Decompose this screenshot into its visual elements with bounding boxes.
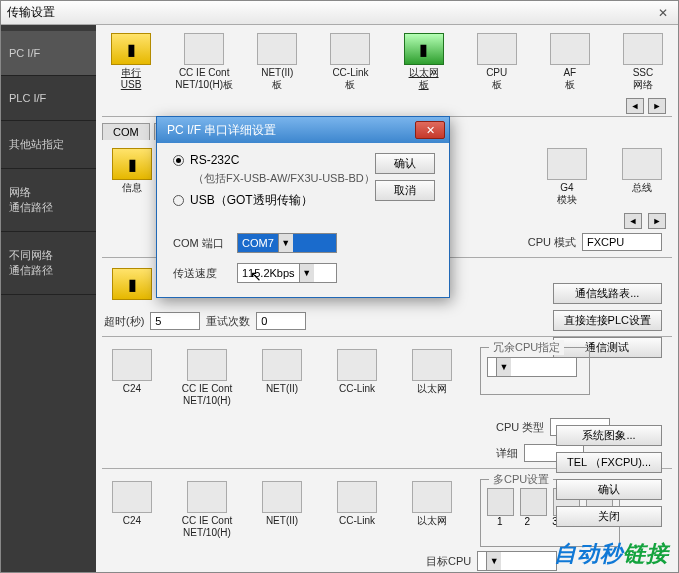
cpu-slot-1[interactable] xyxy=(487,488,514,516)
board-icon xyxy=(550,33,590,65)
title-bar: 传输设置 ✕ xyxy=(1,1,678,25)
chevron-down-icon: ▼ xyxy=(496,358,511,376)
chevron-down-icon: ▼ xyxy=(299,264,314,282)
dnet-c24[interactable]: C24 xyxy=(102,481,162,539)
dialog-close-button[interactable]: ✕ xyxy=(415,121,445,139)
board-icon xyxy=(477,33,517,65)
board-icon xyxy=(257,33,297,65)
module-icon xyxy=(412,349,452,381)
other-station-none[interactable]: ▮ xyxy=(102,268,162,300)
pc-if-ethernet[interactable]: ▮ 以太网 板 xyxy=(395,33,453,90)
net-cclink[interactable]: CC-Link xyxy=(327,349,387,406)
dialog-ok-button[interactable]: 确认 xyxy=(375,153,435,174)
baud-select[interactable]: 115.2Kbps ▼ xyxy=(237,263,337,283)
target-cpu-select[interactable]: ▼ xyxy=(477,551,557,571)
watermark: 自动秒链接 xyxy=(554,539,669,569)
cpu-slot-2[interactable] xyxy=(520,488,547,516)
module-icon xyxy=(262,349,302,381)
redundant-cpu-group: 冗余CPU指定 ▼ xyxy=(480,347,590,395)
cpu-mode-field[interactable] xyxy=(582,233,662,251)
radio-icon xyxy=(173,155,184,166)
cpu-type-label: CPU 类型 xyxy=(496,420,544,435)
com-port-label: COM 端口 xyxy=(173,236,229,251)
baud-label: 传送速度 xyxy=(173,266,229,281)
board-icon xyxy=(330,33,370,65)
comm-line-table-button[interactable]: 通信线路表... xyxy=(553,283,662,304)
pc-if-cpu[interactable]: CPU 板 xyxy=(468,33,526,90)
module-icon xyxy=(337,481,377,513)
module-icon xyxy=(547,148,587,180)
close-icon[interactable]: ✕ xyxy=(654,6,672,20)
bus-icon xyxy=(622,148,662,180)
network-path-row: C24 CC IE Cont NET/10(H) NET(II) CC-Link… xyxy=(96,339,468,414)
module-icon xyxy=(187,481,227,513)
module-icon xyxy=(112,349,152,381)
main-panel: ▮ 串行 USB CC IE Cont NET/10(H)板 NET(II) 板… xyxy=(96,25,678,572)
window-title: 传输设置 xyxy=(7,4,55,21)
plc-if-g4[interactable]: G4 模块 xyxy=(537,148,597,205)
scroll-right-button[interactable]: ► xyxy=(648,213,666,229)
serial-detail-dialog: PC I/F 串口详细设置 ✕ RS-232C （包括FX-USB-AW/FX3… xyxy=(156,116,450,298)
module-icon xyxy=(262,481,302,513)
net-netii[interactable]: NET(II) xyxy=(252,349,312,406)
dialog-cancel-button[interactable]: 取消 xyxy=(375,180,435,201)
tab-com1[interactable]: COM xyxy=(102,123,150,140)
board-icon xyxy=(623,33,663,65)
sidebar-item-network-path[interactable]: 网络 通信路径 xyxy=(1,169,96,232)
pc-if-af[interactable]: AF 板 xyxy=(541,33,599,90)
scroll-left-button[interactable]: ◄ xyxy=(626,98,644,114)
pc-if-cclink[interactable]: CC-Link 板 xyxy=(321,33,379,90)
serial-usb-icon: ▮ xyxy=(111,33,151,65)
cpu-icon: ▮ xyxy=(112,148,152,180)
module-icon xyxy=(412,481,452,513)
chevron-down-icon: ▼ xyxy=(278,234,293,252)
com-port-select[interactable]: COM7 ▼ xyxy=(237,233,337,253)
net-ccie[interactable]: CC IE Cont NET/10(H) xyxy=(177,349,237,406)
ok-button[interactable]: 确认 xyxy=(556,479,662,500)
dialog-title: PC I/F 串口详细设置 xyxy=(167,122,276,139)
module-icon xyxy=(337,349,377,381)
retry-label: 重试次数 xyxy=(206,314,250,329)
pc-if-ccie[interactable]: CC IE Cont NET/10(H)板 xyxy=(175,33,233,90)
net-ethernet[interactable]: 以太网 xyxy=(402,349,462,406)
sidebar-item-diff-network-path[interactable]: 不同网络 通信路径 xyxy=(1,232,96,295)
sidebar-item-other-station[interactable]: 其他站指定 xyxy=(1,121,96,169)
redundant-cpu-select[interactable]: ▼ xyxy=(487,357,577,377)
close-button[interactable]: 关闭 xyxy=(556,506,662,527)
system-image-button[interactable]: 系统图象... xyxy=(556,425,662,446)
module-icon xyxy=(187,349,227,381)
scroll-right-button[interactable]: ► xyxy=(648,98,666,114)
module-icon xyxy=(112,481,152,513)
sidebar: PC I/F PLC I/F 其他站指定 网络 通信路径 不同网络 通信路径 xyxy=(1,25,96,572)
target-cpu-label: 目标CPU xyxy=(426,554,471,569)
ethernet-icon: ▮ xyxy=(404,33,444,65)
dialog-title-bar: PC I/F 串口详细设置 ✕ xyxy=(157,117,449,143)
direct-plc-button[interactable]: 直接连接PLC设置 xyxy=(553,310,662,331)
tel-fxcpu-button[interactable]: TEL （FXCPU)... xyxy=(556,452,662,473)
net-c24[interactable]: C24 xyxy=(102,349,162,406)
pc-if-serial-usb[interactable]: ▮ 串行 USB xyxy=(102,33,160,90)
pc-if-ssc[interactable]: SSC 网络 xyxy=(614,33,672,90)
dnet-ccie[interactable]: CC IE Cont NET/10(H) xyxy=(177,481,237,539)
pc-if-netii[interactable]: NET(II) 板 xyxy=(248,33,306,90)
station-icon: ▮ xyxy=(112,268,152,300)
cpu-mode-label: CPU 模式 xyxy=(528,235,576,250)
retry-field[interactable] xyxy=(256,312,306,330)
dnet-netii[interactable]: NET(II) xyxy=(252,481,312,539)
dnet-cclink[interactable]: CC-Link xyxy=(327,481,387,539)
scroll-left-button[interactable]: ◄ xyxy=(624,213,642,229)
board-icon xyxy=(184,33,224,65)
chevron-down-icon: ▼ xyxy=(486,552,501,570)
dnet-ethernet[interactable]: 以太网 xyxy=(402,481,462,539)
timeout-field[interactable] xyxy=(150,312,200,330)
plc-if-bus[interactable]: 总线 xyxy=(612,148,672,205)
right-button-col-b: 系统图象... TEL （FXCPU)... 确认 关闭 xyxy=(556,425,662,527)
plc-if-cpu[interactable]: ▮ 信息 xyxy=(102,148,162,205)
pc-if-row: ▮ 串行 USB CC IE Cont NET/10(H)板 NET(II) 板… xyxy=(96,25,678,98)
radio-icon xyxy=(173,195,184,206)
diff-network-path-row: C24 CC IE Cont NET/10(H) NET(II) CC-Link… xyxy=(96,471,468,547)
timeout-label: 超时(秒) xyxy=(104,314,144,329)
sidebar-item-plc-if[interactable]: PLC I/F xyxy=(1,76,96,121)
detail-label: 详细 xyxy=(496,446,518,461)
sidebar-item-pc-if[interactable]: PC I/F xyxy=(1,31,96,76)
